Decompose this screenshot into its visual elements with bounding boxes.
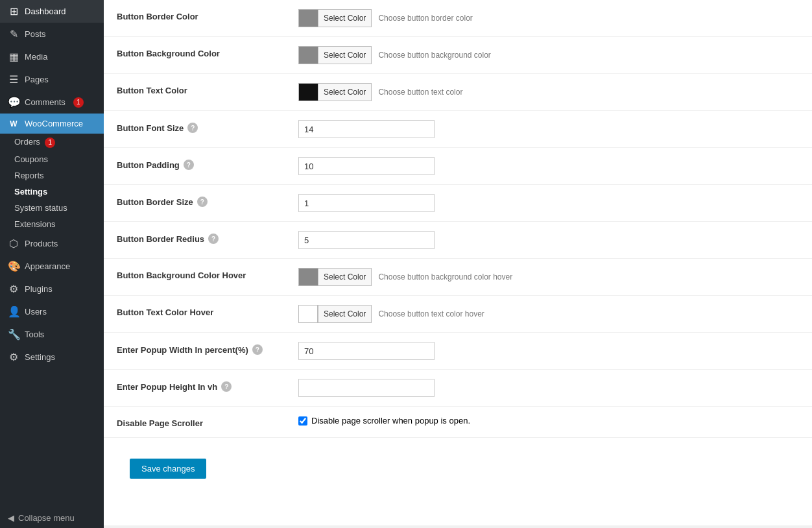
help-border-size-icon[interactable]: ? <box>197 197 208 207</box>
row-popup-width: Enter Popup Width In percent(%) ? <box>104 333 812 370</box>
sidebar-item-posts[interactable]: ✎ Posts <box>0 23 104 45</box>
sidebar-item-comments[interactable]: 💬 Comments 1 <box>0 91 104 114</box>
sidebar-item-media[interactable]: ▦ Media <box>0 45 104 68</box>
row-disable-scroller: Disable Page Scroller Disable page scrol… <box>104 407 812 438</box>
control-popup-width <box>298 342 799 360</box>
control-popup-height <box>298 379 799 397</box>
help-padding-icon[interactable]: ? <box>184 160 194 170</box>
sidebar-item-label: Users <box>25 307 47 317</box>
collapse-label: Collapse menu <box>18 513 75 523</box>
sidebar-item-woocommerce[interactable]: W WooCommerce <box>0 114 104 134</box>
input-border-size[interactable] <box>298 194 435 212</box>
label-popup-height: Enter Popup Height In vh ? <box>117 379 285 392</box>
sidebar-item-label: Dashboard <box>25 6 66 16</box>
help-border-radius-icon[interactable]: ? <box>208 234 219 244</box>
control-button-bg-color: Select Color Choose button background co… <box>298 46 799 64</box>
sidebar-item-tools[interactable]: 🔧 Tools <box>0 323 104 346</box>
sidebar-sub-orders[interactable]: Orders 1 <box>0 134 104 151</box>
appearance-icon: 🎨 <box>8 260 19 272</box>
sidebar-sub-settings[interactable]: Settings <box>0 184 104 200</box>
sidebar-item-label: Plugins <box>25 284 53 294</box>
select-color-text-hover-btn[interactable]: Select Color <box>318 305 372 323</box>
control-button-border-color: Select Color Choose button border color <box>298 9 799 27</box>
save-row: Save changes <box>104 438 812 499</box>
swatch-bg-hover <box>298 268 318 286</box>
control-button-bg-hover: Select Color Choose button background co… <box>298 268 799 286</box>
comments-icon: 💬 <box>8 96 19 108</box>
plugins-icon: ⚙ <box>8 283 19 295</box>
color-picker-text: Select Color <box>298 83 372 101</box>
media-icon: ▦ <box>8 51 19 63</box>
color-picker-border: Select Color <box>298 9 372 27</box>
sidebar-item-dashboard[interactable]: ⊞ Dashboard <box>0 0 104 23</box>
label-button-font-size: Button Font Size ? <box>117 120 285 133</box>
row-button-border-color: Button Border Color Select Color Choose … <box>104 0 812 37</box>
select-color-border-btn[interactable]: Select Color <box>318 9 372 27</box>
row-button-text-hover: Button Text Color Hover Select Color Cho… <box>104 296 812 333</box>
help-popup-height-icon[interactable]: ? <box>221 381 232 392</box>
input-border-radius[interactable] <box>298 231 435 249</box>
select-color-bg-hover-btn[interactable]: Select Color <box>318 268 372 286</box>
control-button-font-size <box>298 120 799 138</box>
sidebar-sub-reports[interactable]: Reports <box>0 167 104 184</box>
input-font-size[interactable] <box>298 120 435 138</box>
settings-icon: ⚙ <box>8 351 19 363</box>
sidebar-item-label: Appearance <box>25 261 70 271</box>
users-icon: 👤 <box>8 306 19 318</box>
sidebar-item-users[interactable]: 👤 Users <box>0 300 104 323</box>
sidebar-item-label: Products <box>25 239 58 248</box>
control-disable-scroller: Disable page scroller when popup is open… <box>298 416 799 426</box>
row-button-text-color: Button Text Color Select Color Choose bu… <box>104 74 812 111</box>
label-button-bg-color: Button Background Color <box>117 46 285 58</box>
sidebar-sub-coupons[interactable]: Coupons <box>0 151 104 167</box>
dashboard-icon: ⊞ <box>8 5 19 18</box>
label-disable-scroller: Disable Page Scroller <box>117 416 285 428</box>
label-button-border-color: Button Border Color <box>117 9 285 21</box>
checkbox-disable-scroller[interactable] <box>298 416 307 426</box>
swatch-text <box>298 83 318 101</box>
collapse-icon: ◀ <box>8 513 14 523</box>
label-button-padding: Button Padding ? <box>117 157 285 170</box>
sidebar-item-pages[interactable]: ☰ Pages <box>0 68 104 91</box>
checkbox-wrapper: Disable page scroller when popup is open… <box>298 416 470 426</box>
posts-icon: ✎ <box>8 28 19 40</box>
hint-text-hover: Choose button text color hover <box>378 309 484 318</box>
swatch-text-hover <box>298 305 318 323</box>
input-padding[interactable] <box>298 157 435 175</box>
control-button-text-hover: Select Color Choose button text color ho… <box>298 305 799 323</box>
sidebar-item-main-settings[interactable]: ⚙ Settings <box>0 346 104 368</box>
sidebar-item-label: Tools <box>25 330 44 339</box>
row-popup-height: Enter Popup Height In vh ? <box>104 370 812 407</box>
sidebar-sub-extensions[interactable]: Extensions <box>0 216 104 232</box>
products-icon: ⬡ <box>8 237 19 250</box>
control-button-padding <box>298 157 799 175</box>
color-picker-text-hover: Select Color <box>298 305 372 323</box>
label-button-border-size: Button Border Size ? <box>117 194 285 207</box>
swatch-bg <box>298 46 318 64</box>
comments-badge: 1 <box>73 97 84 108</box>
select-color-text-btn[interactable]: Select Color <box>318 83 372 101</box>
row-button-padding: Button Padding ? <box>104 148 812 185</box>
swatch-border <box>298 9 318 27</box>
sidebar-item-label: Media <box>25 52 47 62</box>
select-color-bg-btn[interactable]: Select Color <box>318 46 372 64</box>
label-button-border-radius: Button Border Redius ? <box>117 231 285 244</box>
input-popup-width[interactable] <box>298 342 435 360</box>
help-popup-width-icon[interactable]: ? <box>252 344 263 355</box>
sidebar-sub-system-status[interactable]: System status <box>0 200 104 216</box>
checkbox-label: Disable page scroller when popup is open… <box>311 416 470 426</box>
sidebar-item-plugins[interactable]: ⚙ Plugins <box>0 278 104 300</box>
sidebar-item-appearance[interactable]: 🎨 Appearance <box>0 255 104 278</box>
save-changes-button[interactable]: Save changes <box>130 459 206 479</box>
collapse-menu-btn[interactable]: ◀ Collapse menu <box>0 508 104 528</box>
control-button-text-color: Select Color Choose button text color <box>298 83 799 101</box>
row-button-border-radius: Button Border Redius ? <box>104 222 812 259</box>
control-button-border-radius <box>298 231 799 249</box>
label-popup-width: Enter Popup Width In percent(%) ? <box>117 342 285 355</box>
pages-icon: ☰ <box>8 73 19 86</box>
sidebar-item-products[interactable]: ⬡ Products <box>0 232 104 255</box>
color-picker-bg: Select Color <box>298 46 372 64</box>
control-button-border-size <box>298 194 799 212</box>
help-font-size-icon[interactable]: ? <box>187 123 198 133</box>
input-popup-height[interactable] <box>298 379 435 397</box>
